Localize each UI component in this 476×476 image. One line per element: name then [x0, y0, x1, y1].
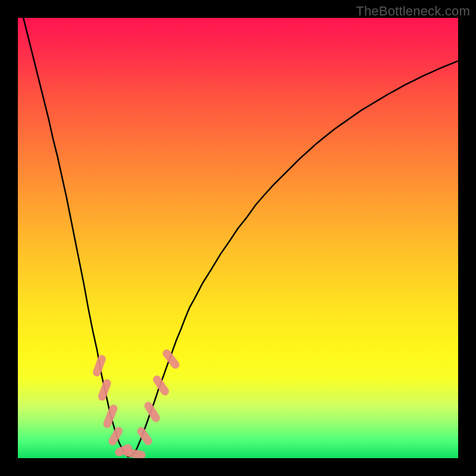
chart-frame: TheBottleneck.com	[0, 0, 476, 476]
data-marker	[107, 425, 124, 446]
data-marker	[161, 348, 181, 370]
data-marker	[92, 354, 107, 377]
curve-layer	[18, 18, 458, 458]
data-marker	[143, 400, 161, 423]
plot-area	[18, 18, 458, 458]
data-marker	[97, 378, 112, 402]
data-marker	[123, 448, 146, 458]
data-marker	[152, 374, 170, 397]
data-marker	[102, 403, 118, 429]
watermark-text: TheBottleneck.com	[356, 4, 470, 19]
bottleneck-curve	[18, 18, 458, 457]
